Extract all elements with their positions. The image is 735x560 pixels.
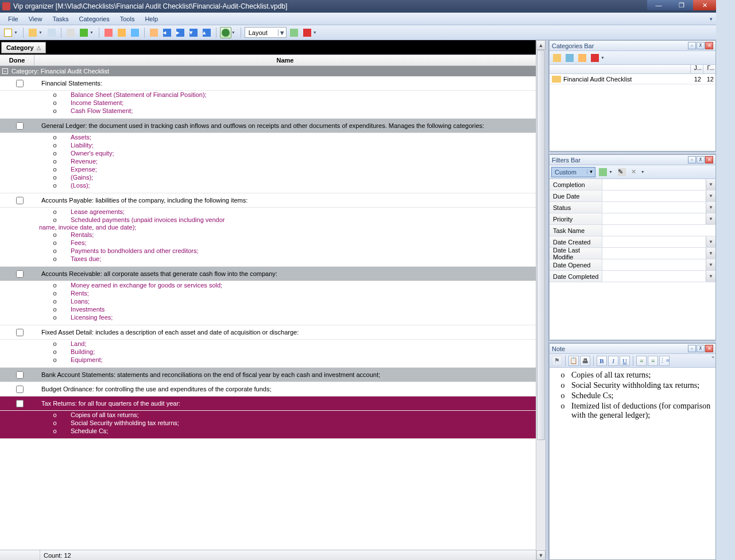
- dropdown-icon[interactable]: ▼: [14, 30, 18, 34]
- panel-pin-button[interactable]: ⊼: [697, 42, 705, 49]
- dropdown-icon[interactable]: ▼: [313, 30, 317, 34]
- bullet-list-button[interactable]: ⋮≡: [659, 356, 670, 366]
- dropdown-icon[interactable]: ▼: [278, 29, 286, 36]
- bold-button[interactable]: B: [597, 356, 607, 366]
- delete-folder-button[interactable]: [590, 53, 600, 63]
- panel-pin-button[interactable]: ⊼: [697, 156, 705, 164]
- pin-button[interactable]: [103, 27, 114, 38]
- export-button[interactable]: [78, 27, 90, 38]
- done-checkbox[interactable]: [16, 329, 24, 336]
- done-checkbox[interactable]: [16, 386, 24, 393]
- scroll-track[interactable]: [536, 50, 546, 550]
- delete-button[interactable]: [301, 27, 313, 38]
- prev-button[interactable]: ◂: [161, 27, 173, 38]
- dropdown-icon[interactable]: ▼: [706, 248, 715, 259]
- task-row[interactable]: Fixed Asset Detail: includes a descripti…: [0, 325, 536, 340]
- done-checkbox[interactable]: [16, 270, 24, 278]
- menu-help[interactable]: Help: [140, 14, 163, 24]
- dropdown-icon[interactable]: ▼: [706, 259, 715, 270]
- dropdown-icon[interactable]: ▼: [706, 190, 715, 201]
- task-row[interactable]: General Ledger: the document used in tra…: [0, 119, 536, 133]
- dropdown-icon[interactable]: ▼: [90, 30, 94, 34]
- new-folder-button[interactable]: [552, 53, 562, 63]
- filter-input[interactable]: [602, 213, 706, 224]
- dropdown-icon[interactable]: ▼: [609, 170, 613, 174]
- filter-input[interactable]: [602, 190, 706, 201]
- panel-restore-button[interactable]: ▫: [688, 156, 696, 164]
- group-row[interactable]: − Category: Financial Audit Checklist: [0, 66, 536, 76]
- done-checkbox[interactable]: [16, 122, 24, 130]
- task-row[interactable]: Tax Returns: for all four quarters of th…: [0, 396, 536, 411]
- note-paste-button[interactable]: 📋: [568, 356, 579, 366]
- task-row[interactable]: Accounts Receivable: all corporate asset…: [0, 267, 536, 281]
- up-button[interactable]: ▴: [201, 27, 212, 38]
- maximize-button[interactable]: ❐: [670, 0, 693, 10]
- filter-input[interactable]: [602, 248, 706, 259]
- align-center-button[interactable]: ≡: [648, 356, 658, 366]
- vertical-scrollbar[interactable]: ▲ ▼: [536, 40, 546, 560]
- minimize-button[interactable]: —: [647, 0, 670, 10]
- col-j[interactable]: J...: [690, 65, 703, 73]
- dropdown-icon[interactable]: ▼: [601, 56, 605, 60]
- next-button[interactable]: ▸: [175, 27, 186, 38]
- panel-restore-button[interactable]: ▫: [688, 42, 696, 49]
- apply-filter-button[interactable]: [597, 166, 609, 178]
- remove-filter-button[interactable]: ✕: [629, 166, 641, 178]
- filter-input[interactable]: [602, 259, 706, 270]
- note-print-button[interactable]: 🖶: [580, 356, 590, 366]
- collapse-icon[interactable]: −: [2, 68, 8, 74]
- column-done[interactable]: Done: [0, 55, 34, 65]
- scroll-up-button[interactable]: ▲: [536, 40, 546, 50]
- filter-input[interactable]: [602, 236, 706, 247]
- menu-chevron-icon[interactable]: ▾: [710, 16, 713, 22]
- filter-preset-select[interactable]: Custom ▼: [551, 167, 595, 177]
- dropdown-icon[interactable]: ▼: [38, 30, 42, 34]
- flag-button[interactable]: [129, 27, 141, 38]
- go-button[interactable]: [220, 27, 231, 38]
- align-left-button[interactable]: ≡: [636, 356, 647, 366]
- panel-close-button[interactable]: ✕: [705, 156, 713, 164]
- panel-close-button[interactable]: ✕: [705, 42, 713, 49]
- done-checkbox[interactable]: [16, 80, 24, 87]
- dropdown-icon[interactable]: ▼: [231, 30, 235, 34]
- print-button[interactable]: [65, 27, 76, 38]
- dropdown-icon[interactable]: ▼: [706, 179, 715, 190]
- clear-filter-button[interactable]: ✎: [616, 166, 628, 178]
- layout-select[interactable]: Layout ▼: [245, 27, 287, 38]
- close-button[interactable]: ✕: [693, 0, 716, 10]
- edit-folder-button[interactable]: [564, 53, 575, 63]
- panel-restore-button[interactable]: ▫: [688, 345, 696, 352]
- note-flag-button[interactable]: ⚑: [552, 356, 562, 366]
- panel-pin-button[interactable]: ⊼: [697, 345, 705, 352]
- italic-button[interactable]: I: [608, 356, 618, 366]
- flag-orange-button[interactable]: [148, 27, 160, 38]
- menu-file[interactable]: File: [3, 14, 23, 24]
- dropdown-icon[interactable]: ▼: [706, 271, 715, 282]
- menu-tasks[interactable]: Tasks: [48, 14, 73, 24]
- filter-input[interactable]: [602, 271, 706, 282]
- duplicate-button[interactable]: [46, 27, 57, 38]
- group-panel[interactable]: Category △: [0, 40, 536, 55]
- menu-categories[interactable]: Categories: [75, 14, 114, 24]
- move-button[interactable]: [577, 53, 587, 63]
- scroll-down-button[interactable]: ▼: [536, 550, 546, 560]
- menu-tools[interactable]: Tools: [115, 14, 140, 24]
- down-button[interactable]: ▾: [188, 27, 199, 38]
- menu-view[interactable]: View: [24, 14, 47, 24]
- task-row[interactable]: Financial Statements:: [0, 76, 536, 91]
- task-row[interactable]: Accounts Payable: liabilities of the com…: [0, 193, 536, 208]
- dropdown-icon[interactable]: ▼: [641, 170, 645, 174]
- refresh-button[interactable]: [288, 27, 300, 38]
- dropdown-icon[interactable]: ▼: [706, 213, 715, 224]
- new-category-button[interactable]: [27, 27, 38, 38]
- filter-input[interactable]: [602, 202, 706, 213]
- underline-button[interactable]: U: [620, 356, 630, 366]
- done-checkbox[interactable]: [16, 371, 24, 379]
- category-row[interactable]: Financial Audit Checklist 12 12: [550, 74, 715, 84]
- task-row[interactable]: Budget Ordinance: for controlling the us…: [0, 382, 536, 396]
- more-icon[interactable]: »: [712, 355, 714, 360]
- dropdown-icon[interactable]: ▼: [706, 202, 715, 213]
- scroll-thumb[interactable]: [537, 50, 545, 440]
- filter-input[interactable]: [602, 225, 715, 236]
- dropdown-icon[interactable]: ▼: [587, 169, 595, 174]
